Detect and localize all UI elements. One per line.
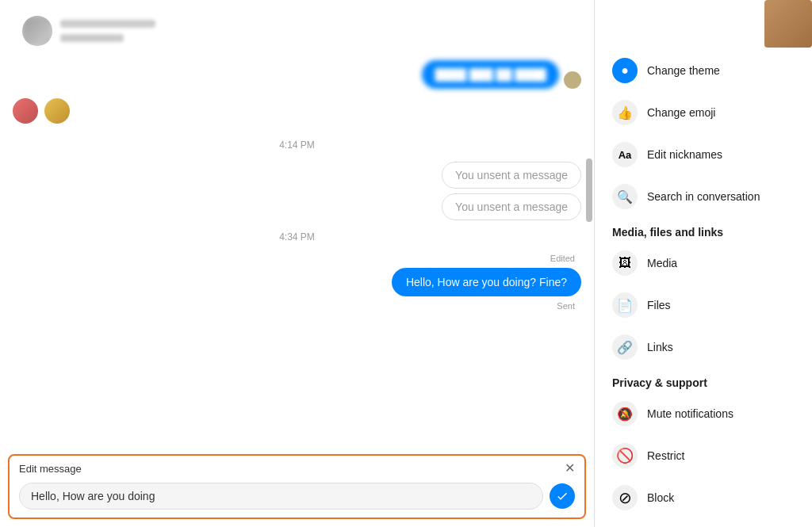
avatar-yellow <box>44 98 70 124</box>
edit-send-button[interactable] <box>550 483 575 509</box>
change-emoji-label: Change emoji <box>647 106 715 119</box>
sent-bubble-blurred: ████ ███ ██ ████ <box>422 60 559 89</box>
avatar-pink <box>13 98 38 124</box>
contact-row <box>13 10 581 52</box>
unsent-message-2: You unsent a message <box>442 193 581 220</box>
edit-message-input[interactable] <box>19 483 543 510</box>
menu-item-search-conversation[interactable]: 🔍 Search in conversation <box>599 176 807 217</box>
edit-close-button[interactable]: ✕ <box>565 462 575 475</box>
edit-input-row <box>10 478 584 517</box>
change-emoji-icon: 👍 <box>612 100 638 125</box>
menu-item-change-emoji[interactable]: 👍 Change emoji <box>599 92 807 133</box>
search-conversation-icon: 🔍 <box>612 184 638 209</box>
edit-message-bar: Edit message ✕ <box>8 454 586 519</box>
block-icon: ⊘ <box>612 485 638 510</box>
block-label: Block <box>647 491 674 504</box>
files-icon: 📄 <box>612 292 638 318</box>
menu-item-media[interactable]: 🖼 Media <box>599 242 807 284</box>
change-theme-label: Change theme <box>647 64 720 77</box>
contact-name-block <box>60 20 155 42</box>
chat-messages: ████ ███ ██ ████ 4:14 PM You unsent a me… <box>0 0 594 449</box>
hello-message: Hello, How are you doing? Fine? <box>392 268 581 296</box>
sender-avatar-yellow <box>564 71 581 89</box>
edit-bar-title: Edit message <box>19 463 82 475</box>
edit-nicknames-icon: Aa <box>612 142 638 167</box>
links-icon: 🔗 <box>612 334 638 360</box>
restrict-label: Restrict <box>647 449 684 462</box>
links-label: Links <box>647 341 673 353</box>
mute-notifications-icon: 🔕 <box>612 401 638 426</box>
chat-panel: ████ ███ ██ ████ 4:14 PM You unsent a me… <box>0 0 595 527</box>
section-media-header: Media, files and links <box>595 218 812 242</box>
menu-item-restrict[interactable]: 🚫 Restrict <box>599 435 807 476</box>
menu-item-change-theme[interactable]: ● Change theme <box>599 50 807 91</box>
menu-item-report[interactable]: ⚠ Report Give feedback and report the <box>599 519 807 527</box>
hello-message-container: Hello, How are you doing? Fine? <box>13 268 581 296</box>
menu-item-links[interactable]: 🔗 Links <box>599 327 807 368</box>
right-panel: ● Change theme 👍 Change emoji Aa Edit ni… <box>595 0 812 527</box>
name-line-2 <box>60 34 124 42</box>
section-privacy-header: Privacy & support <box>595 369 812 392</box>
restrict-icon: 🚫 <box>612 443 638 468</box>
edit-bar-header: Edit message ✕ <box>10 456 584 478</box>
sent-message-blue-blurred: ████ ███ ██ ████ <box>13 60 581 89</box>
menu-item-block[interactable]: ⊘ Block <box>599 477 807 518</box>
change-theme-icon: ● <box>612 58 638 83</box>
sent-status-label: Sent <box>13 301 575 311</box>
top-thumbnail-area <box>595 0 812 49</box>
media-label: Media <box>647 257 677 269</box>
scroll-indicator <box>586 158 592 222</box>
menu-item-mute-notifications[interactable]: 🔕 Mute notifications <box>599 393 807 434</box>
unsent-message-1: You unsent a message <box>442 162 581 189</box>
media-icon: 🖼 <box>612 250 638 276</box>
checkmark-icon <box>556 490 569 502</box>
name-line-1 <box>60 20 155 28</box>
search-conversation-label: Search in conversation <box>647 190 760 203</box>
top-thumbnail <box>764 0 812 48</box>
files-label: Files <box>647 299 671 311</box>
two-avatar-row <box>13 94 581 128</box>
timestamp-2: 4:34 PM <box>13 231 581 242</box>
menu-item-edit-nicknames[interactable]: Aa Edit nicknames <box>599 134 807 175</box>
mute-notifications-label: Mute notifications <box>647 407 733 420</box>
menu-item-files[interactable]: 📄 Files <box>599 285 807 326</box>
contact-avatar <box>22 16 52 46</box>
timestamp-1: 4:14 PM <box>13 139 581 151</box>
edited-label: Edited <box>13 254 575 263</box>
edit-nicknames-label: Edit nicknames <box>647 148 722 161</box>
